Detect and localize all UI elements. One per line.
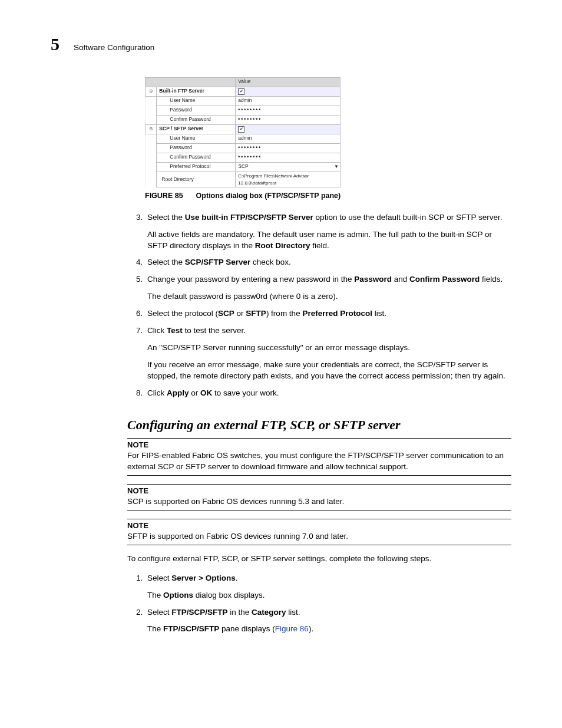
row-val: •••••••• xyxy=(236,153,340,162)
note-rule-top xyxy=(127,438,511,439)
row-val: •••••••• xyxy=(236,143,340,153)
page-header: 5 Software Configuration xyxy=(51,35,511,54)
checkbox-icon: ✔ xyxy=(238,88,244,95)
collapse-icon: ⊟ xyxy=(146,87,157,96)
note-rule-bottom xyxy=(127,510,511,510)
procedure-list-2: Select Server > Options. The Options dia… xyxy=(127,573,511,635)
row-key: User Name xyxy=(157,134,236,143)
step-6: Select the protocol (SCP or SFTP) from t… xyxy=(145,308,511,319)
table-header-value: Value xyxy=(236,77,340,87)
note-rule-bottom xyxy=(127,545,511,545)
procedure-list-1: Select the Use built-in FTP/SCP/SFTP Ser… xyxy=(127,212,511,399)
row-key: Confirm Password xyxy=(157,115,236,124)
row-val: •••••••• xyxy=(236,115,340,124)
row-val: admin xyxy=(236,134,340,143)
step2-1: Select Server > Options. The Options dia… xyxy=(145,573,511,601)
row-key: Root Directory xyxy=(157,172,236,187)
step-3: Select the Use built-in FTP/SCP/SFTP Ser… xyxy=(145,212,511,252)
step2-2: Select FTP/SCP/SFTP in the Category list… xyxy=(145,607,511,635)
row-val-dropdown: SCP▼ xyxy=(236,162,340,172)
note-rule-top xyxy=(127,519,511,519)
group-scp-sftp: SCP / SFTP Server xyxy=(157,124,236,134)
row-val: •••••••• xyxy=(236,106,340,115)
checkbox-icon: ✔ xyxy=(238,126,244,133)
note-label: NOTE xyxy=(127,440,511,450)
figure-caption-label: FIGURE 85 xyxy=(145,192,183,200)
figure-caption-text: Options dialog box (FTP/SCP/SFTP pane) xyxy=(196,192,341,200)
row-key: Confirm Password xyxy=(157,153,236,162)
note-rule-bottom xyxy=(127,475,511,476)
section-heading-configuring-external: Configuring an external FTP, SCP, or SFT… xyxy=(127,416,511,434)
row-key: Password xyxy=(157,106,236,115)
note-body-2: SCP is supported on Fabric OS devices ru… xyxy=(127,496,511,508)
collapse-icon: ⊟ xyxy=(146,124,157,134)
chapter-number: 5 xyxy=(51,35,59,53)
figure-86-link[interactable]: Figure 86 xyxy=(275,624,309,633)
note-label: NOTE xyxy=(127,521,511,531)
step-4: Select the SCP/SFTP Server check box. xyxy=(145,257,511,268)
intro-paragraph: To configure external FTP, SCP, or SFTP … xyxy=(127,554,511,565)
step-8: Click Apply or OK to save your work. xyxy=(145,388,511,399)
figure-caption: FIGURE 85Options dialog box (FTP/SCP/SFT… xyxy=(145,191,511,202)
step-5: Change your password by entering a new p… xyxy=(145,274,511,302)
figure-85-screenshot: Value ⊟ Built-in FTP Server ✔ User Namea… xyxy=(145,77,511,187)
group-builtin-ftp: Built-in FTP Server xyxy=(157,87,236,96)
chapter-title: Software Configuration xyxy=(74,42,154,54)
chevron-down-icon: ▼ xyxy=(334,163,339,170)
row-key: User Name xyxy=(157,96,236,106)
note-body-3: SFTP is supported on Fabric OS devices r… xyxy=(127,531,511,542)
row-key: Password xyxy=(157,143,236,153)
step-7: Click Test to test the server. An "SCP/S… xyxy=(145,325,511,382)
note-body-1: For FIPS-enabled Fabric OS switches, you… xyxy=(127,450,511,473)
row-key: Preferred Protocol xyxy=(157,162,236,172)
row-val: admin xyxy=(236,96,340,106)
note-rule-top xyxy=(127,484,511,485)
note-label: NOTE xyxy=(127,486,511,496)
row-val: C:\Program Files\Network Advisor 12.0.0\… xyxy=(236,172,340,187)
